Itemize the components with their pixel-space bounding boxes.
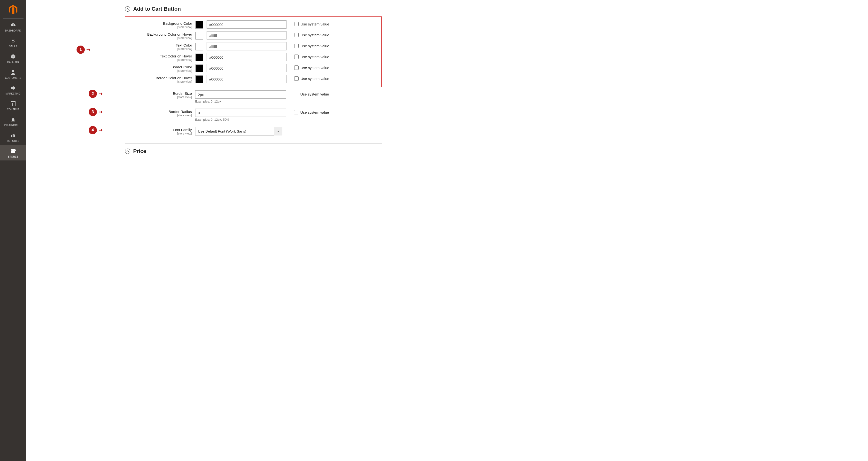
text-color-hover-input[interactable]: [207, 53, 286, 61]
field-label: Text Color: [127, 43, 192, 47]
main-content: Add to Cart Button 1 ➜ Background Color …: [26, 0, 868, 461]
use-system-label: Use system value: [301, 77, 329, 81]
annotation-1: 1 ➜: [76, 46, 91, 54]
color-swatch[interactable]: [195, 21, 203, 29]
field-label: Border Radius: [126, 110, 192, 114]
text-color-input[interactable]: [207, 42, 286, 50]
border-color-hover-input[interactable]: [207, 75, 286, 83]
use-system-checkbox[interactable]: [294, 33, 299, 37]
field-border-size: 2 ➜ Border Size [store view] Use system …: [125, 89, 382, 105]
annotation-4: 4 ➜: [89, 126, 103, 134]
color-swatch[interactable]: [195, 54, 203, 61]
arrow-right-icon: ➜: [86, 47, 91, 53]
section-separator: [125, 143, 382, 144]
border-size-input[interactable]: [195, 90, 286, 99]
use-system-checkbox[interactable]: [294, 110, 299, 114]
sidebar-item-label: STORES: [1, 155, 25, 158]
svg-rect-15: [11, 151, 15, 153]
field-background-color: Background Color [store view] Use system…: [127, 19, 380, 30]
section-header-add-to-cart[interactable]: Add to Cart Button: [125, 6, 382, 12]
use-system-checkbox[interactable]: [294, 92, 299, 96]
field-label: Border Color on Hover: [127, 76, 192, 80]
svg-marker-6: [11, 86, 14, 90]
arrow-right-icon: ➜: [98, 127, 103, 133]
sidebar-item-marketing[interactable]: MARKETING: [0, 82, 26, 97]
svg-marker-11: [11, 118, 15, 121]
color-swatch[interactable]: [195, 32, 203, 39]
sidebar-item-customers[interactable]: CUSTOMERS: [0, 66, 26, 82]
border-radius-input[interactable]: [195, 109, 286, 117]
sidebar-item-reports[interactable]: REPORTS: [0, 129, 26, 145]
field-label: Border Size: [126, 91, 192, 95]
sidebar-item-content[interactable]: CONTENT: [0, 97, 26, 113]
use-system-label: Use system value: [301, 22, 329, 26]
sidebar-item-dashboard[interactable]: DASHBOARD: [0, 19, 26, 34]
annotation-3: 3 ➜: [89, 108, 103, 116]
section-header-price[interactable]: Price: [125, 148, 382, 154]
background-color-hover-input[interactable]: [207, 31, 286, 39]
magento-logo: [3, 0, 24, 19]
field-scope: [store view]: [126, 114, 192, 117]
sidebar-item-label: CUSTOMERS: [1, 77, 25, 79]
sidebar-item-label: CATALOG: [1, 61, 25, 63]
field-hint: Examples: 0, 12px, 50%: [195, 118, 329, 121]
sidebar-item-label: PLUMROCKET: [1, 124, 25, 126]
use-system-checkbox[interactable]: [294, 55, 299, 59]
color-swatch[interactable]: [195, 64, 203, 72]
background-color-input[interactable]: [207, 20, 286, 29]
sidebar-item-label: REPORTS: [1, 140, 25, 142]
border-color-input[interactable]: [207, 64, 286, 72]
use-system-label: Use system value: [300, 110, 329, 114]
field-label: Text Color on Hover: [127, 54, 192, 58]
field-label: Border Color: [127, 65, 192, 69]
tree-icon: [1, 116, 25, 123]
arrow-right-icon: ➜: [98, 109, 103, 115]
section-title: Add to Cart Button: [133, 6, 181, 12]
megaphone-icon: [1, 85, 25, 91]
use-system-label: Use system value: [301, 44, 329, 48]
color-swatch[interactable]: [195, 76, 203, 83]
chevron-up-icon: [125, 149, 130, 154]
field-border-color-hover: Border Color on Hover [store view] Use s…: [127, 74, 380, 85]
field-hint: Examples: 0, 12px: [195, 99, 329, 103]
sidebar-item-sales[interactable]: $ SALES: [0, 34, 26, 50]
use-system-label: Use system value: [300, 92, 329, 96]
use-system-checkbox[interactable]: [294, 65, 299, 70]
sidebar-item-plumrocket[interactable]: PLUMROCKET: [0, 113, 26, 129]
gauge-icon: [1, 22, 25, 28]
font-family-select[interactable]: Use Default Font (Work Sans): [195, 127, 282, 136]
sidebar-item-label: CONTENT: [1, 108, 25, 111]
bar-chart-icon: [1, 132, 25, 139]
sidebar-item-stores[interactable]: STORES: [0, 145, 26, 161]
use-system-checkbox[interactable]: [294, 22, 299, 26]
field-scope: [store view]: [127, 36, 192, 40]
use-system-checkbox[interactable]: [294, 44, 299, 48]
chevron-up-icon: [125, 6, 130, 11]
field-label: Font Family: [126, 128, 192, 132]
admin-sidebar: DASHBOARD $ SALES CATALOG CUSTOMERS MARK…: [0, 0, 26, 461]
sidebar-item-catalog[interactable]: CATALOG: [0, 50, 26, 66]
field-border-radius: 3 ➜ Border Radius [store view] Use syste…: [125, 107, 382, 123]
annotation-2: 2 ➜: [89, 90, 103, 98]
section-title: Price: [133, 148, 146, 154]
dollar-icon: $: [1, 37, 25, 44]
person-icon: [1, 69, 25, 76]
use-system-label: Use system value: [301, 55, 329, 59]
sidebar-item-label: SALES: [1, 45, 25, 48]
field-scope: [store view]: [127, 25, 192, 29]
layout-icon: [1, 100, 25, 107]
field-border-color: Border Color [store view] Use system val…: [127, 63, 380, 74]
use-system-label: Use system value: [301, 66, 329, 70]
field-scope: [store view]: [127, 80, 192, 83]
arrow-right-icon: ➜: [98, 91, 103, 97]
color-swatch[interactable]: [195, 42, 203, 50]
field-label: Background Color on Hover: [127, 32, 192, 36]
svg-marker-1: [12, 7, 14, 15]
svg-rect-12: [11, 135, 12, 137]
field-scope: [store view]: [127, 69, 192, 73]
use-system-label: Use system value: [301, 33, 329, 37]
field-scope: [store view]: [126, 132, 192, 135]
field-scope: [store view]: [127, 47, 192, 51]
use-system-checkbox[interactable]: [294, 76, 299, 81]
field-background-color-hover: Background Color on Hover [store view] U…: [127, 30, 380, 41]
